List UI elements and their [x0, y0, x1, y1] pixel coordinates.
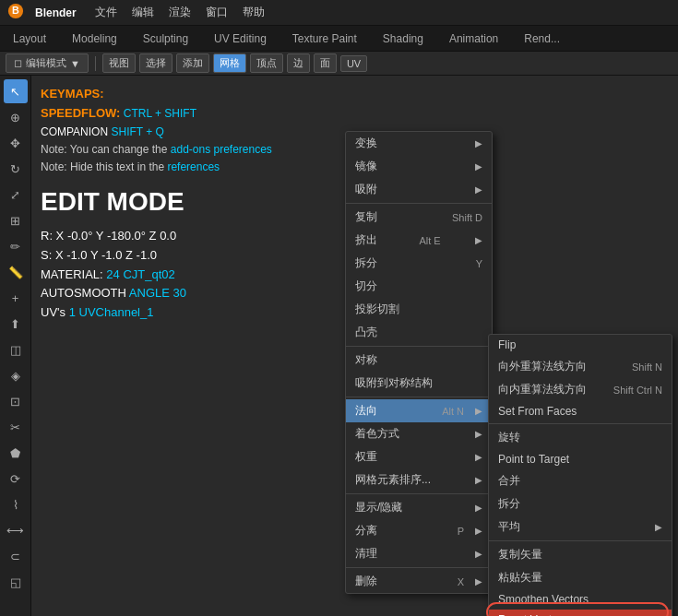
normals-sep1	[489, 423, 672, 424]
sidebar-bevel-icon[interactable]: ◈	[4, 363, 28, 387]
sidebar-extrude-icon[interactable]: ⬆	[4, 312, 28, 336]
vertex-btn[interactable]: 顶点	[250, 53, 283, 73]
tab-animation[interactable]: Animation	[436, 26, 511, 51]
sep1	[346, 203, 492, 204]
menu-faxiang[interactable]: 法向 Alt N ▶	[346, 399, 492, 422]
tab-uv-editing[interactable]: UV Editing	[201, 26, 280, 51]
uv-btn[interactable]: UV	[340, 55, 367, 72]
menu-qiefen[interactable]: 切分	[346, 275, 492, 298]
menu-jingxiang[interactable]: 镜像▶	[346, 155, 492, 178]
select-btn[interactable]: 选择	[139, 53, 172, 73]
mode-selector[interactable]: ◻ 编辑模式 ▼	[6, 53, 89, 73]
normals-split[interactable]: 拆分	[489, 492, 672, 515]
face-btn[interactable]: 面	[314, 53, 337, 73]
material-num-val: 24	[106, 267, 123, 281]
menu-render[interactable]: 渲染	[161, 1, 198, 24]
menu-duichenjiegou[interactable]: 吸附到对称结构	[346, 372, 492, 395]
mode-title: EDIT MODE	[41, 182, 272, 223]
main-area: ↖ ⊕ ✥ ↻ ⤢ ⊞ ✏ 📏 + ⬆ ◫ ◈ ⊡ ✂ ⬟ ⟳ ⌇ ⟷ ⊂ ◱ …	[0, 76, 678, 616]
sidebar-scale-icon[interactable]: ⤢	[4, 183, 28, 207]
sidebar-inset-icon[interactable]: ◫	[4, 338, 28, 361]
sidebar-annotate-icon[interactable]: ✏	[4, 234, 28, 258]
material-line: MATERIAL: 24 CJT_qt02	[41, 266, 272, 285]
mesh-btn[interactable]: 网格	[213, 53, 246, 73]
menu-chafen[interactable]: 拆分Y	[346, 252, 492, 275]
sidebar-select-icon[interactable]: ↖	[4, 79, 28, 103]
note1-text: Note: You can change the	[41, 143, 167, 156]
sidebar-spin-icon[interactable]: ⟳	[4, 467, 28, 491]
tab-layout[interactable]: Layout	[0, 26, 59, 51]
normals-smoothen[interactable]: Smoothen Vectors	[489, 589, 672, 610]
tab-bar: Layout Modeling Sculpting UV Editing Tex…	[0, 26, 678, 52]
normals-flip[interactable]: Flip	[489, 335, 672, 355]
left-sidebar: ↖ ⊕ ✥ ↻ ⤢ ⊞ ✏ 📏 + ⬆ ◫ ◈ ⊡ ✂ ⬟ ⟳ ⌇ ⟷ ⊂ ◱	[0, 76, 31, 616]
menu-xianshi[interactable]: 显示/隐藏▶	[346, 496, 492, 519]
tab-texture-paint[interactable]: Texture Paint	[280, 26, 370, 51]
normals-average[interactable]: 平均 ▶	[489, 515, 672, 539]
sep3	[346, 397, 492, 397]
normals-outward[interactable]: 向外重算法线方向 Shift N	[489, 355, 672, 378]
sidebar-edge-slide-icon[interactable]: ⟷	[4, 518, 28, 542]
menu-tuke[interactable]: 凸壳	[346, 321, 492, 344]
sidebar-rotate-icon[interactable]: ↻	[4, 157, 28, 181]
menu-qingli[interactable]: 清理▶	[346, 542, 492, 565]
normals-copy-vector[interactable]: 复制矢量	[489, 543, 672, 566]
sidebar-move-icon[interactable]: ✥	[4, 131, 28, 155]
menu-window[interactable]: 窗口	[198, 1, 235, 24]
separator-1	[95, 56, 96, 71]
autosmooth-value: ANGLE 30	[129, 286, 186, 300]
rotation-data: R: X -0.0° Y -180.0° Z 0.0	[41, 227, 272, 246]
sidebar-smooth-icon[interactable]: ⌇	[4, 492, 28, 516]
menu-bianhuan[interactable]: 变换▶	[346, 132, 492, 155]
menu-xizhu[interactable]: 吸附▶	[346, 178, 492, 201]
companion-label: COMPANION	[41, 125, 108, 138]
normals-point-target[interactable]: Point to Target	[489, 449, 672, 469]
sidebar-add-icon[interactable]: +	[4, 286, 28, 310]
autosmooth-line: AUTOSMOOTH ANGLE 30	[41, 284, 272, 303]
menu-jichut[interactable]: 挤出Alt E▶	[346, 229, 492, 252]
normals-merge[interactable]: 合并	[489, 469, 672, 492]
view-btn[interactable]: 视图	[102, 53, 136, 73]
sidebar-poly-icon[interactable]: ⬟	[4, 441, 28, 465]
menu-shanchu[interactable]: 删除 X ▶	[346, 570, 492, 593]
sidebar-cursor-icon[interactable]: ⊕	[4, 105, 28, 129]
menu-quanzhong[interactable]: 权重▶	[346, 445, 492, 468]
companion-shortcut: SHIFT + Q	[111, 125, 163, 138]
tab-modeling[interactable]: Modeling	[59, 26, 130, 51]
menu-wangelement[interactable]: 网格元素排序...▶	[346, 468, 492, 492]
sidebar-knife-icon[interactable]: ✂	[4, 415, 28, 439]
add-btn[interactable]: 添加	[176, 53, 209, 73]
menu-touying[interactable]: 投影切割	[346, 298, 492, 321]
menu-fuzhi[interactable]: 复制Shift D	[346, 206, 492, 229]
menu-file[interactable]: 文件	[88, 1, 125, 24]
material-name: CJT_qt02	[123, 267, 174, 281]
sidebar-loop-icon[interactable]: ⊡	[4, 389, 28, 413]
app-name: Blender	[35, 6, 77, 19]
sidebar-shear-icon[interactable]: ◱	[4, 570, 28, 594]
menu-edit[interactable]: 编辑	[125, 1, 161, 24]
menu-fenli[interactable]: 分离 P ▶	[346, 519, 492, 542]
menu-duichen[interactable]: 对称	[346, 349, 492, 372]
sidebar-measure-icon[interactable]: 📏	[4, 260, 28, 284]
note1-highlight: add-ons preferences	[171, 143, 272, 156]
viewport[interactable]: KEYMAPS: SPEEDFLOW: CTRL + SHIFT COMPANI…	[31, 76, 678, 616]
toolbar-row: ◻ 编辑模式 ▼ 视图 选择 添加 网格 顶点 边 面 UV	[0, 52, 678, 76]
sidebar-transform-icon[interactable]: ⊞	[4, 208, 28, 232]
tab-render[interactable]: Rend...	[511, 26, 573, 51]
sidebar-shrink-icon[interactable]: ⊂	[4, 544, 28, 568]
note2-text: Note: Hide this text in the	[41, 160, 164, 173]
normals-inward[interactable]: 向内重算法线方向 Shift Ctrl N	[489, 378, 672, 401]
normals-rotate[interactable]: 旋转	[489, 426, 672, 449]
menu-zhaose[interactable]: 着色方式▶	[346, 422, 492, 445]
material-label: MATERIAL:	[41, 267, 103, 281]
edge-btn[interactable]: 边	[287, 53, 310, 73]
menu-help[interactable]: 帮助	[235, 1, 272, 24]
main-context-menu: 变换▶ 镜像▶ 吸附▶ 复制Shift D 挤出Alt E▶ 拆分Y 切分 投	[345, 131, 493, 594]
normals-set-from-faces[interactable]: Set From Faces	[489, 401, 672, 421]
tab-shading[interactable]: Shading	[370, 26, 436, 51]
mode-icon: ◻	[14, 57, 22, 69]
normals-reset-vectors[interactable]: Reset Vectors	[489, 610, 672, 616]
normals-paste-vector[interactable]: 粘贴矢量	[489, 566, 672, 589]
uv-label: UV's	[41, 305, 65, 319]
tab-sculpting[interactable]: Sculpting	[130, 26, 201, 51]
